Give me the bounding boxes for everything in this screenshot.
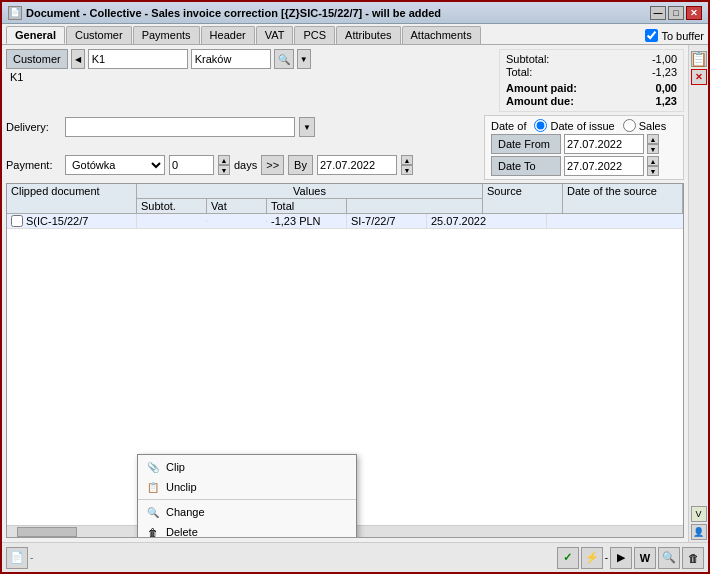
bottom-separator-1: - <box>605 552 608 563</box>
date-sales-radio[interactable] <box>623 119 636 132</box>
amount-paid-label: Amount paid: <box>506 82 577 94</box>
amount-paid-value: 0,00 <box>656 82 677 94</box>
ctx-clip[interactable]: 📎 Clip <box>138 457 356 477</box>
delete-icon: 🗑 <box>146 525 160 538</box>
window-title: Document - Collective - Sales invoice co… <box>26 7 441 19</box>
payment-days-spin[interactable]: ▲ ▼ <box>218 155 230 175</box>
customer-k1-text: K1 <box>8 71 23 83</box>
close-button[interactable]: ✕ <box>686 6 702 20</box>
subtotal-label: Subtotal: <box>506 53 549 65</box>
right-panel-btn-2[interactable]: ✕ <box>691 69 707 85</box>
row-checkbox[interactable] <box>11 215 23 227</box>
right-panel-btn-1[interactable]: 📋 <box>691 51 707 67</box>
window-icon: 📄 <box>8 6 22 20</box>
summary-panel: Subtotal: -1,00 Total: -1,23 Amount paid… <box>499 49 684 112</box>
clip-icon: 📎 <box>146 460 160 474</box>
to-buffer-checkbox[interactable] <box>645 29 658 42</box>
right-panel-btn-vat[interactable]: V <box>691 506 707 522</box>
col-total-header: Total <box>267 199 347 213</box>
total-value: -1,23 <box>652 66 677 78</box>
date-to-button[interactable]: Date To <box>491 156 561 176</box>
row-source: SI-7/22/7 <box>347 214 427 228</box>
delivery-row: Delivery: ▼ <box>6 117 480 137</box>
scrollbar-thumb[interactable] <box>17 527 77 537</box>
days-label: days <box>234 159 257 171</box>
delivery-dropdown-button[interactable]: ▼ <box>299 117 315 137</box>
tab-vat[interactable]: VAT <box>256 26 294 44</box>
amount-due-value: 1,23 <box>656 95 677 107</box>
minimize-button[interactable]: — <box>650 6 666 20</box>
bottom-bar: 📄 - ✓ ⚡ - ▶ W 🔍 🗑 <box>2 542 708 572</box>
row-date-source: 25.07.2022 <box>427 214 547 228</box>
payment-date-input[interactable] <box>317 155 397 175</box>
bottom-play-button[interactable]: ▶ <box>610 547 632 569</box>
date-sales-label: Sales <box>639 120 667 132</box>
date-of-issue-label: Date of issue <box>550 120 614 132</box>
date-of-issue-radio[interactable] <box>534 119 547 132</box>
total-label: Total: <box>506 66 532 78</box>
tab-payments[interactable]: Payments <box>133 26 200 44</box>
bottom-doc-button[interactable]: 📄 <box>6 547 28 569</box>
to-buffer-section: To buffer <box>645 29 704 42</box>
payment-days-input[interactable] <box>169 155 214 175</box>
bottom-search-button[interactable]: 🔍 <box>658 547 680 569</box>
customer-search-button[interactable]: 🔍 <box>274 49 294 69</box>
tab-customer[interactable]: Customer <box>66 26 132 44</box>
col-date-source-header: Date of the source <box>563 184 683 213</box>
delivery-label: Delivery: <box>6 121 61 133</box>
tab-attributes[interactable]: Attributes <box>336 26 400 44</box>
maximize-button[interactable]: □ <box>668 6 684 20</box>
date-section: Date of Date of issue Sales Date From <box>484 115 684 180</box>
customer-arrow-btn[interactable]: ◀ <box>71 49 85 69</box>
double-arrow-button[interactable]: >> <box>261 155 284 175</box>
col-source-header: Source <box>483 184 563 213</box>
payment-date-spin[interactable]: ▲ ▼ <box>401 155 413 175</box>
tab-attachments[interactable]: Attachments <box>402 26 481 44</box>
bottom-lightning-button[interactable]: ⚡ <box>581 547 603 569</box>
bottom-spacer: - <box>30 552 33 563</box>
bottom-delete-button[interactable]: 🗑 <box>682 547 704 569</box>
tab-general[interactable]: General <box>6 26 65 44</box>
right-panel: 📋 ✕ V 👤 <box>688 45 708 542</box>
ctx-unclip[interactable]: 📋 Unclip <box>138 477 356 497</box>
bottom-confirm-button[interactable]: ✓ <box>557 547 579 569</box>
customer-code-input[interactable] <box>88 49 188 69</box>
to-buffer-label: To buffer <box>661 30 704 42</box>
customer-nav-arrow[interactable]: ▼ <box>297 49 311 69</box>
date-sales-radio-group: Sales <box>623 119 667 132</box>
col-values-header: Values <box>137 184 482 199</box>
payment-row: Payment: Gotówka ▲ ▼ days >> By <box>6 155 480 175</box>
amount-due-label: Amount due: <box>506 95 574 107</box>
tab-header[interactable]: Header <box>201 26 255 44</box>
date-from-button[interactable]: Date From <box>491 134 561 154</box>
payment-label: Payment: <box>6 159 61 171</box>
title-bar: 📄 Document - Collective - Sales invoice … <box>2 2 708 24</box>
delivery-input[interactable] <box>65 117 295 137</box>
by-button[interactable]: By <box>288 155 313 175</box>
date-of-issue-radio-group: Date of issue <box>534 119 614 132</box>
table-area: Clipped document Values Subtot. Vat Tota… <box>6 183 684 538</box>
ctx-delete[interactable]: 🗑 Delete <box>138 522 356 538</box>
row-total: -1,23 PLN <box>267 214 347 228</box>
table-row[interactable]: S(IC-15/22/7 -1,23 PLN SI-7/22/7 25.07.2… <box>7 214 683 229</box>
customer-button[interactable]: Customer <box>6 49 68 69</box>
row-vat <box>207 220 267 222</box>
col-vat-header: Vat <box>207 199 267 213</box>
tab-pcs[interactable]: PCS <box>294 26 335 44</box>
main-window: 📄 Document - Collective - Sales invoice … <box>0 0 710 574</box>
ctx-sep-1 <box>138 499 356 500</box>
customer-row: Customer ◀ 🔍 ▼ <box>6 49 495 69</box>
bottom-w-button[interactable]: W <box>634 547 656 569</box>
customer-city-input[interactable] <box>191 49 271 69</box>
date-to-spin[interactable]: ▲ ▼ <box>647 156 659 176</box>
right-panel-btn-user[interactable]: 👤 <box>691 524 707 540</box>
tabs-row: General Customer Payments Header VAT PCS… <box>2 24 708 45</box>
change-icon: 🔍 <box>146 505 160 519</box>
ctx-change[interactable]: 🔍 Change <box>138 502 356 522</box>
payment-method-select[interactable]: Gotówka <box>65 155 165 175</box>
col-subtot-header: Subtot. <box>137 199 207 213</box>
date-from-spin[interactable]: ▲ ▼ <box>647 134 659 154</box>
date-of-label: Date of <box>491 120 526 132</box>
date-from-input[interactable] <box>564 134 644 154</box>
date-to-input[interactable] <box>564 156 644 176</box>
